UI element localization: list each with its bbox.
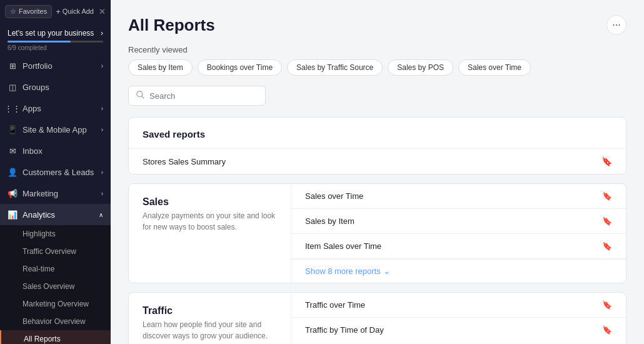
search-bar[interactable] — [128, 86, 266, 106]
chip-bookings-over-time[interactable]: Bookings over Time — [198, 59, 282, 76]
sales-section-card: Sales Analyze payments on your site and … — [128, 183, 626, 283]
traffic-reports-list: Traffic over Time 🔖 Traffic by Time of D… — [291, 293, 626, 344]
search-input[interactable] — [149, 91, 258, 101]
report-row-traffic-over-time[interactable]: Traffic over Time 🔖 — [291, 293, 626, 318]
sidebar-item-apps[interactable]: ⋮⋮ Apps › — [0, 98, 111, 119]
setup-title: Let's set up your business — [8, 29, 94, 38]
report-row-sales-over-time[interactable]: Sales over Time 🔖 — [291, 184, 626, 209]
portfolio-icon: ⊞ — [8, 61, 18, 71]
chart-icon: 📊 — [8, 210, 18, 220]
inbox-icon: ✉ — [8, 146, 18, 156]
page-header: All Reports ··· — [128, 15, 626, 35]
plus-icon: + — [56, 7, 61, 16]
page-title: All Reports — [128, 16, 215, 35]
sidebar-item-inbox[interactable]: ✉ Inbox — [0, 140, 111, 161]
sales-reports-list: Sales over Time 🔖 Sales by Item 🔖 Item S… — [291, 184, 626, 283]
setup-section[interactable]: Let's set up your business › 6/9 complet… — [0, 23, 111, 55]
recently-viewed-label: Recently viewed — [128, 45, 626, 54]
traffic-section-desc: Learn how people find your site and disc… — [143, 319, 277, 341]
progress-text: 6/9 completed — [8, 44, 103, 51]
report-row-traffic-by-time[interactable]: Traffic by Time of Day 🔖 — [291, 318, 626, 342]
search-icon — [136, 91, 144, 101]
chevron-icon: ∧ — [99, 211, 103, 218]
saved-report-name: Stores Sales Summary — [143, 157, 601, 166]
favorites-button[interactable]: ☆ Favorites — [5, 5, 52, 18]
sales-section-title: Sales — [143, 196, 277, 208]
sidebar-item-customers-leads[interactable]: 👤 Customers & Leads › — [0, 161, 111, 183]
sidebar-sub-all-reports[interactable]: All Reports — [0, 330, 111, 344]
analytics-submenu: Highlights Traffic Overview Real-time Sa… — [0, 225, 111, 344]
phone-icon: 📱 — [8, 124, 18, 134]
sidebar-sub-traffic-overview[interactable]: Traffic Overview — [0, 243, 111, 260]
person-icon: 👤 — [8, 167, 18, 177]
chip-sales-by-item[interactable]: Sales by Item — [128, 59, 193, 76]
chip-sales-by-pos[interactable]: Sales by POS — [388, 59, 453, 76]
traffic-section-title: Traffic — [143, 305, 277, 316]
sidebar-item-site-mobile[interactable]: 📱 Site & Mobile App › — [0, 119, 111, 140]
bookmark-icon: 🔖 — [602, 191, 612, 201]
close-topbar-button[interactable]: ✕ — [99, 7, 106, 16]
recently-viewed-chips: Sales by Item Bookings over Time Sales b… — [128, 59, 626, 76]
saved-reports-header: Saved reports — [129, 118, 626, 148]
bookmark-icon: 🔖 — [602, 300, 612, 310]
report-row-item-sales-over-time[interactable]: Item Sales over Time 🔖 — [291, 234, 626, 259]
sidebar-sub-highlights[interactable]: Highlights — [0, 225, 111, 243]
report-row-sales-by-item[interactable]: Sales by Item 🔖 — [291, 209, 626, 234]
bookmark-icon: 🔖 — [602, 241, 612, 251]
sidebar-item-groups[interactable]: ◫ Groups — [0, 76, 111, 98]
traffic-section-info: Traffic Learn how people find your site … — [129, 293, 291, 344]
bookmark-icon: 🔖 — [602, 325, 612, 335]
chip-sales-traffic-source[interactable]: Sales by Traffic Source — [287, 59, 383, 76]
chevron-icon: › — [101, 63, 103, 69]
saved-report-row[interactable]: Stores Sales Summary 🔖 — [129, 148, 626, 174]
show-more-sales-button[interactable]: Show 8 more reports ⌄ — [291, 259, 626, 283]
sales-section-desc: Analyze payments on your site and look f… — [143, 210, 277, 233]
traffic-section-card: Traffic Learn how people find your site … — [128, 292, 626, 344]
chevron-icon: › — [101, 190, 103, 197]
sidebar-sub-behavior-overview[interactable]: Behavior Overview — [0, 313, 111, 330]
sidebar-item-marketing[interactable]: 📢 Marketing › — [0, 183, 111, 204]
bookmark-icon: 🔖 — [601, 156, 612, 166]
saved-reports-card: Saved reports Stores Sales Summary 🔖 — [128, 117, 626, 175]
groups-icon: ◫ — [8, 82, 18, 92]
chevron-icon: › — [101, 105, 103, 112]
chevron-right-icon: › — [101, 29, 103, 38]
more-options-button[interactable]: ··· — [606, 15, 626, 35]
chip-sales-over-time[interactable]: Sales over Time — [458, 59, 531, 76]
sidebar-item-analytics[interactable]: 📊 Analytics ∧ — [0, 204, 111, 225]
bookmark-icon: 🔖 — [602, 216, 612, 226]
saved-reports-title: Saved reports — [143, 129, 612, 139]
progress-bar — [8, 41, 71, 43]
quick-add-button[interactable]: + Quick Add — [56, 7, 94, 16]
sidebar-sub-sales-overview[interactable]: Sales Overview — [0, 278, 111, 295]
recently-viewed-section: Recently viewed Sales by Item Bookings o… — [128, 45, 626, 76]
apps-icon: ⋮⋮ — [8, 103, 18, 113]
sales-section-info: Sales Analyze payments on your site and … — [129, 184, 291, 283]
sidebar-sub-real-time[interactable]: Real-time — [0, 260, 111, 278]
sidebar-sub-marketing-overview[interactable]: Marketing Overview — [0, 295, 111, 313]
megaphone-icon: 📢 — [8, 188, 18, 198]
svg-line-1 — [142, 96, 144, 98]
chevron-icon: › — [101, 126, 103, 133]
main-content: All Reports ··· Recently viewed Sales by… — [111, 0, 644, 344]
chevron-down-icon: ⌄ — [383, 266, 390, 276]
sidebar-item-portfolio[interactable]: ⊞ Portfolio › — [0, 55, 111, 76]
star-icon: ☆ — [10, 8, 16, 16]
sidebar: Let's set up your business › 6/9 complet… — [0, 0, 111, 344]
chevron-icon: › — [101, 169, 103, 176]
